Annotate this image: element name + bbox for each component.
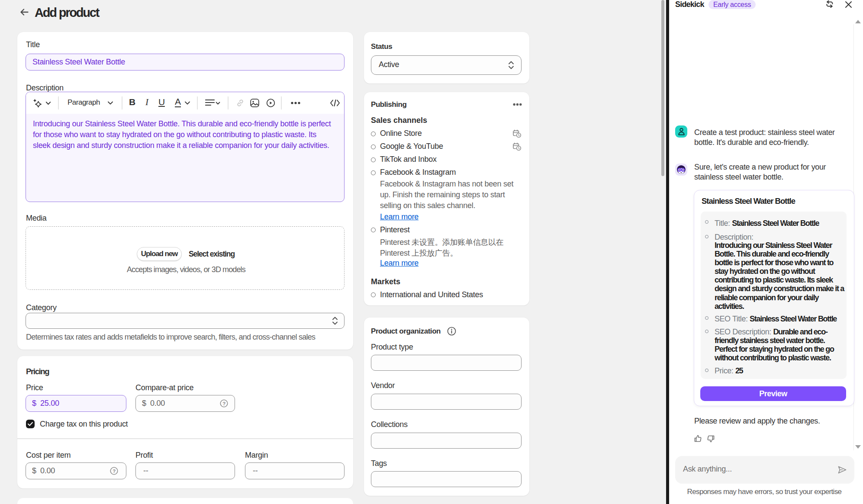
svg-text:?: ? [222, 401, 225, 406]
svg-text:?: ? [113, 469, 116, 474]
